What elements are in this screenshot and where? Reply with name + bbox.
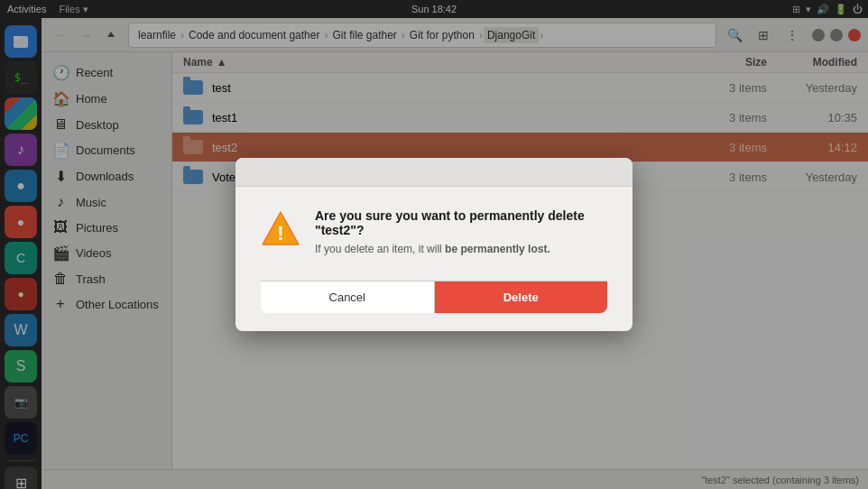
svg-text:!: ! <box>277 222 283 244</box>
dialog-header <box>235 158 633 187</box>
dialog-title: Are you sure you want to permanently del… <box>315 208 607 237</box>
dialog-text: Are you sure you want to permanently del… <box>315 208 607 255</box>
dialog-subtitle-pre: If you delete an item, it will <box>315 243 445 255</box>
cancel-button[interactable]: Cancel <box>261 281 435 313</box>
dialog-icon-row: ! Are you sure you want to permanently d… <box>261 208 607 255</box>
dialog-subtitle: If you delete an item, it will be perman… <box>315 243 607 255</box>
modal-overlay: ! Are you sure you want to permanently d… <box>0 0 868 489</box>
dialog-subtitle-bold: be permanently lost. <box>445 243 550 255</box>
delete-dialog: ! Are you sure you want to permanently d… <box>235 158 633 331</box>
dialog-body: ! Are you sure you want to permanently d… <box>235 187 633 331</box>
delete-button[interactable]: Delete <box>435 281 608 313</box>
warning-icon: ! <box>261 208 300 248</box>
dialog-buttons: Cancel Delete <box>261 281 607 313</box>
